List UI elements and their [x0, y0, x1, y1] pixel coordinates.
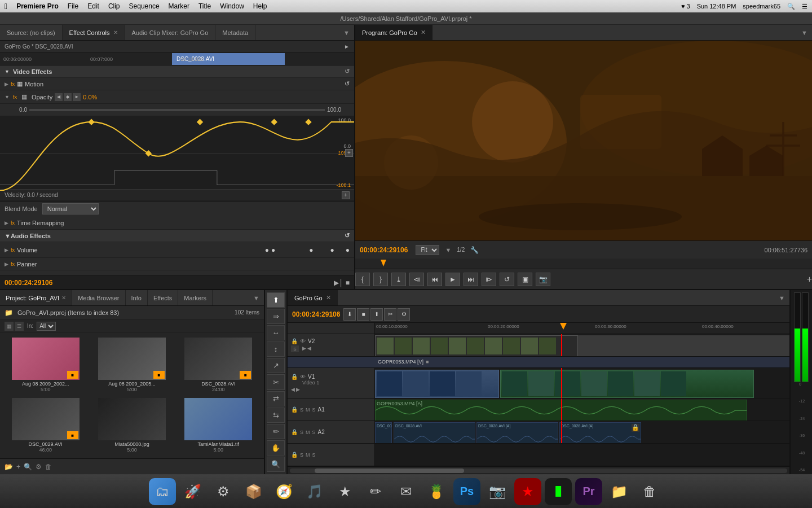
list-view-btn[interactable]: ☰ — [15, 322, 24, 331]
track-a1-solo[interactable]: S — [312, 407, 316, 413]
track-a2-sync[interactable]: S — [300, 430, 303, 435]
opacity-value[interactable]: 0.0% — [83, 94, 97, 100]
tab-metadata[interactable]: Metadata — [215, 25, 255, 40]
prog-mark-in-btn[interactable]: { — [355, 273, 370, 286]
track-v2-sync-btn[interactable]: S — [291, 345, 299, 352]
prog-step-back-btn[interactable]: ⧏ — [409, 273, 424, 286]
tool-slip-btn[interactable]: ⇄ — [267, 391, 285, 406]
opacity-expand[interactable]: ▼ — [5, 94, 10, 100]
proj-settings-btn[interactable]: ⚙ — [36, 463, 42, 471]
track-v2-eye[interactable]: 👁 — [300, 338, 306, 344]
proj-tab-close[interactable]: ✕ — [61, 295, 66, 301]
prog-mark-clip-btn[interactable]: ⤓ — [391, 273, 406, 286]
prog-step-fwd-btn[interactable]: ⧐ — [482, 273, 496, 286]
menu-window[interactable]: Window — [220, 2, 244, 10]
track-v1-expand[interactable]: ◀ — [291, 387, 295, 392]
fit-select[interactable]: Fit — [416, 245, 439, 255]
dock-photoshop[interactable]: Ps — [453, 478, 480, 505]
tool-rolling-btn[interactable]: ↕ — [267, 341, 285, 357]
ae-reset-btn[interactable]: ↺ — [345, 232, 350, 239]
search-icon[interactable]: 🔍 — [787, 3, 795, 10]
kf-next-btn[interactable]: ► — [73, 93, 81, 101]
track-a2-solo[interactable]: S — [312, 430, 316, 435]
video-effects-header[interactable]: ▼ Video Effects ↺ — [0, 65, 354, 78]
proj-item-4[interactable]: Miata50000.jpg 5:00 — [89, 396, 175, 456]
audio-effects-header[interactable]: ▼ Audio Effects ↺ — [0, 230, 354, 242]
tl-tab-close[interactable]: ✕ — [326, 294, 331, 301]
track-a3-sync[interactable]: S — [300, 452, 303, 458]
track-v2-nudge-fwd[interactable]: ▶ — [302, 345, 306, 352]
proj-tab-project[interactable]: Project: GoPro_AVI ✕ — [0, 290, 72, 305]
track-a2-content[interactable]: DSC_002 DSC_0028.AVI DSC_0028.AVI [A] — [375, 421, 789, 443]
proj-item-5[interactable]: TamiAlanMiata1.tif 5:00 — [175, 396, 262, 456]
dock-folder[interactable]: 📁 — [606, 478, 633, 505]
tl-insert-btn[interactable]: ⬇ — [343, 308, 356, 321]
tab-audio-clip-mixer[interactable]: Audio Clip Mixer: GoPro Go — [125, 25, 216, 40]
track-v1-eye[interactable]: 👁 — [300, 374, 306, 380]
track-v1-contract[interactable]: ▶ — [296, 387, 300, 392]
prog-prev-frame-btn[interactable]: ⏮ — [427, 273, 442, 286]
ve-reset-btn[interactable]: ↺ — [345, 68, 350, 75]
tool-pen-btn[interactable]: ✏ — [267, 424, 285, 439]
ec-export-btn[interactable]: ■ — [346, 279, 350, 287]
dock-camera[interactable]: 📷 — [484, 478, 511, 505]
scroll-thumb[interactable] — [315, 468, 464, 473]
proj-search-btn[interactable]: 🔍 — [24, 463, 32, 471]
prog-timecode-left[interactable]: 00:00:24:29106 — [360, 246, 408, 254]
track-a1-mute[interactable]: M — [306, 407, 310, 413]
motion-expand[interactable]: ▶ — [5, 81, 8, 87]
track-v1-lock[interactable]: 🔒 — [291, 374, 298, 380]
prog-next-frame-btn[interactable]: ⏭ — [464, 273, 478, 286]
prog-mark-out-btn[interactable]: } — [373, 273, 388, 286]
track-a2-lock[interactable]: 🔒 — [291, 429, 298, 435]
tool-zoom-btn[interactable]: 🔍 — [267, 457, 285, 472]
source-expand-btn[interactable]: ► — [344, 43, 350, 50]
tl-menu-btn[interactable]: ▼ — [774, 295, 789, 301]
dock-premiere[interactable]: Pr — [575, 478, 602, 505]
tr-expand[interactable]: ▶ — [5, 220, 8, 226]
proj-item-1[interactable]: ■ Aug 08 2009_2005... 5:00 — [89, 335, 175, 396]
tool-hand-btn[interactable]: ✋ — [267, 440, 285, 456]
proj-item-2[interactable]: ■ DSC_0028.AVI 24:00 — [175, 335, 262, 396]
proj-item-3[interactable]: ■ DSC_0029.AVI 46:00 — [2, 396, 89, 456]
track-v1-content[interactable] — [375, 368, 789, 398]
tool-rate-stretch-btn[interactable]: ↗ — [267, 358, 285, 373]
prog-play-btn[interactable]: ► — [445, 273, 460, 286]
track-a1-lock[interactable]: 🔒 — [291, 406, 298, 413]
track-a1-sync[interactable]: S — [300, 407, 303, 413]
track-a3-content[interactable] — [375, 444, 789, 466]
dock-squash[interactable]: 🍍 — [423, 478, 450, 505]
menu-clip[interactable]: Clip — [108, 2, 120, 10]
prog-loop-btn[interactable]: ↺ — [500, 273, 514, 286]
dock-finder[interactable]: 🗂 — [149, 478, 176, 505]
dock-script-editor[interactable]: ✏ — [362, 478, 389, 505]
blend-mode-select[interactable]: Normal — [42, 203, 99, 214]
pan-expand[interactable]: ▶ — [5, 261, 8, 267]
proj-tab-markers[interactable]: Markers — [178, 290, 213, 305]
vol-expand[interactable]: ▶ — [5, 247, 8, 253]
tl-extract-btn[interactable]: ✂ — [384, 308, 396, 321]
tl-timecode[interactable]: 00:00:24:29106 — [292, 310, 340, 318]
proj-tab-info[interactable]: Info — [126, 290, 148, 305]
opacity-slider[interactable] — [29, 109, 325, 111]
dock-mail[interactable]: ✉ — [392, 478, 420, 505]
track-a3-solo[interactable]: S — [312, 452, 316, 458]
tab-effect-controls[interactable]: Effect Controls ✕ — [63, 25, 125, 40]
tool-slide-btn[interactable]: ⇆ — [267, 408, 285, 423]
timeline-scrollbar[interactable] — [288, 466, 789, 474]
prog-ruler[interactable] — [355, 259, 812, 269]
tool-track-select-btn[interactable]: ⇒ — [267, 309, 285, 324]
apple-menu[interactable]:  — [5, 2, 7, 11]
timeline-tab-gopro[interactable]: GoPro Go ✕ — [288, 290, 338, 305]
track-v2-content[interactable] — [375, 334, 789, 356]
proj-panel-menu-btn[interactable]: ▼ — [249, 295, 264, 301]
program-tab-close[interactable]: ✕ — [421, 29, 426, 36]
dock-redgiant[interactable]: ★ — [514, 478, 541, 505]
program-menu-btn[interactable]: ▼ — [797, 29, 812, 36]
search-filter-select[interactable]: All — [37, 322, 56, 331]
menu-marker[interactable]: Marker — [169, 2, 189, 10]
prog-safe-margins-btn[interactable]: ▣ — [518, 273, 532, 286]
proj-tab-media-browser[interactable]: Media Browser — [72, 290, 125, 305]
menu-file[interactable]: File — [68, 2, 78, 10]
menu-help[interactable]: Help — [253, 2, 267, 10]
